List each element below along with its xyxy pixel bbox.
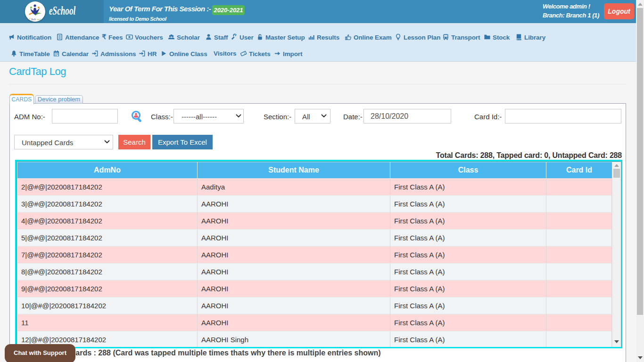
svg-text:₹: ₹ [102,33,106,41]
svg-text:Sch: Sch [31,17,36,21]
svg-text:e: e [29,16,31,20]
svg-text:ool: ool [37,17,41,21]
